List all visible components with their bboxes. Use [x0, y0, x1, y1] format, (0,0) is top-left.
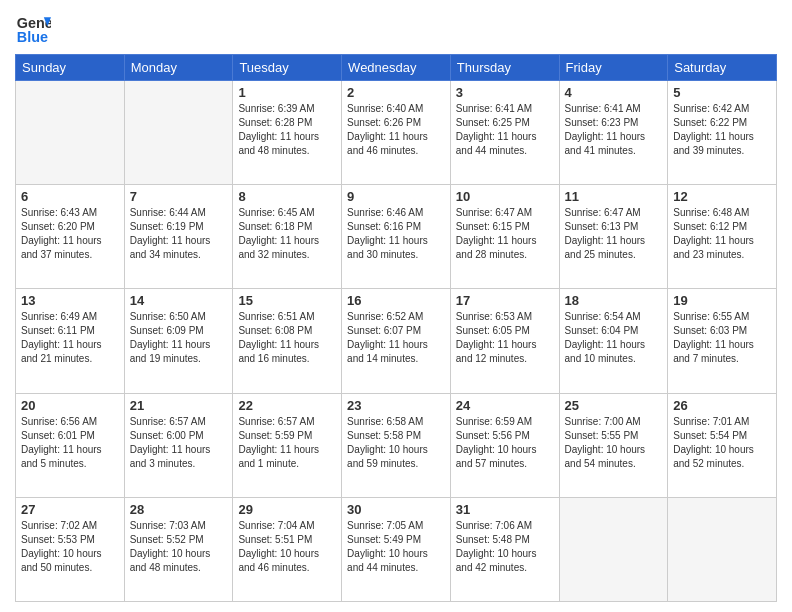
day-detail: Sunrise: 7:04 AMSunset: 5:51 PMDaylight:…	[238, 519, 336, 575]
day-header-friday: Friday	[559, 55, 668, 81]
calendar-cell: 22Sunrise: 6:57 AMSunset: 5:59 PMDayligh…	[233, 393, 342, 497]
page-header: General Blue	[15, 10, 777, 46]
day-number: 14	[130, 293, 228, 308]
day-number: 27	[21, 502, 119, 517]
calendar-cell: 14Sunrise: 6:50 AMSunset: 6:09 PMDayligh…	[124, 289, 233, 393]
calendar-cell: 27Sunrise: 7:02 AMSunset: 5:53 PMDayligh…	[16, 497, 125, 601]
day-header-thursday: Thursday	[450, 55, 559, 81]
day-number: 17	[456, 293, 554, 308]
day-number: 6	[21, 189, 119, 204]
calendar-cell: 6Sunrise: 6:43 AMSunset: 6:20 PMDaylight…	[16, 185, 125, 289]
day-number: 8	[238, 189, 336, 204]
calendar-cell: 9Sunrise: 6:46 AMSunset: 6:16 PMDaylight…	[342, 185, 451, 289]
calendar-cell: 10Sunrise: 6:47 AMSunset: 6:15 PMDayligh…	[450, 185, 559, 289]
day-number: 12	[673, 189, 771, 204]
calendar-cell: 4Sunrise: 6:41 AMSunset: 6:23 PMDaylight…	[559, 81, 668, 185]
calendar-cell	[559, 497, 668, 601]
calendar-cell: 11Sunrise: 6:47 AMSunset: 6:13 PMDayligh…	[559, 185, 668, 289]
day-detail: Sunrise: 6:43 AMSunset: 6:20 PMDaylight:…	[21, 206, 119, 262]
calendar-cell: 15Sunrise: 6:51 AMSunset: 6:08 PMDayligh…	[233, 289, 342, 393]
day-detail: Sunrise: 6:44 AMSunset: 6:19 PMDaylight:…	[130, 206, 228, 262]
day-number: 2	[347, 85, 445, 100]
calendar-cell: 24Sunrise: 6:59 AMSunset: 5:56 PMDayligh…	[450, 393, 559, 497]
calendar-table: SundayMondayTuesdayWednesdayThursdayFrid…	[15, 54, 777, 602]
calendar-week-0: 1Sunrise: 6:39 AMSunset: 6:28 PMDaylight…	[16, 81, 777, 185]
day-number: 7	[130, 189, 228, 204]
calendar-cell: 3Sunrise: 6:41 AMSunset: 6:25 PMDaylight…	[450, 81, 559, 185]
day-detail: Sunrise: 6:54 AMSunset: 6:04 PMDaylight:…	[565, 310, 663, 366]
calendar-cell: 12Sunrise: 6:48 AMSunset: 6:12 PMDayligh…	[668, 185, 777, 289]
day-detail: Sunrise: 7:01 AMSunset: 5:54 PMDaylight:…	[673, 415, 771, 471]
calendar-cell: 26Sunrise: 7:01 AMSunset: 5:54 PMDayligh…	[668, 393, 777, 497]
day-number: 5	[673, 85, 771, 100]
calendar-cell	[16, 81, 125, 185]
day-detail: Sunrise: 6:45 AMSunset: 6:18 PMDaylight:…	[238, 206, 336, 262]
svg-text:Blue: Blue	[17, 29, 48, 45]
day-number: 3	[456, 85, 554, 100]
logo-icon: General Blue	[15, 10, 51, 46]
day-detail: Sunrise: 6:55 AMSunset: 6:03 PMDaylight:…	[673, 310, 771, 366]
day-header-saturday: Saturday	[668, 55, 777, 81]
day-number: 15	[238, 293, 336, 308]
calendar-cell: 18Sunrise: 6:54 AMSunset: 6:04 PMDayligh…	[559, 289, 668, 393]
day-number: 4	[565, 85, 663, 100]
day-number: 10	[456, 189, 554, 204]
day-number: 13	[21, 293, 119, 308]
day-detail: Sunrise: 6:57 AMSunset: 6:00 PMDaylight:…	[130, 415, 228, 471]
calendar-week-2: 13Sunrise: 6:49 AMSunset: 6:11 PMDayligh…	[16, 289, 777, 393]
calendar-cell: 2Sunrise: 6:40 AMSunset: 6:26 PMDaylight…	[342, 81, 451, 185]
day-detail: Sunrise: 6:39 AMSunset: 6:28 PMDaylight:…	[238, 102, 336, 158]
day-detail: Sunrise: 6:41 AMSunset: 6:25 PMDaylight:…	[456, 102, 554, 158]
calendar-cell: 17Sunrise: 6:53 AMSunset: 6:05 PMDayligh…	[450, 289, 559, 393]
calendar-header-row: SundayMondayTuesdayWednesdayThursdayFrid…	[16, 55, 777, 81]
day-detail: Sunrise: 6:53 AMSunset: 6:05 PMDaylight:…	[456, 310, 554, 366]
day-detail: Sunrise: 6:47 AMSunset: 6:15 PMDaylight:…	[456, 206, 554, 262]
logo: General Blue	[15, 10, 51, 46]
day-number: 23	[347, 398, 445, 413]
day-number: 1	[238, 85, 336, 100]
calendar-cell: 20Sunrise: 6:56 AMSunset: 6:01 PMDayligh…	[16, 393, 125, 497]
day-header-tuesday: Tuesday	[233, 55, 342, 81]
day-detail: Sunrise: 6:42 AMSunset: 6:22 PMDaylight:…	[673, 102, 771, 158]
day-detail: Sunrise: 7:05 AMSunset: 5:49 PMDaylight:…	[347, 519, 445, 575]
calendar-cell: 13Sunrise: 6:49 AMSunset: 6:11 PMDayligh…	[16, 289, 125, 393]
day-number: 28	[130, 502, 228, 517]
day-detail: Sunrise: 6:40 AMSunset: 6:26 PMDaylight:…	[347, 102, 445, 158]
day-detail: Sunrise: 6:57 AMSunset: 5:59 PMDaylight:…	[238, 415, 336, 471]
day-detail: Sunrise: 6:47 AMSunset: 6:13 PMDaylight:…	[565, 206, 663, 262]
page-container: General Blue SundayMondayTuesdayWednesda…	[0, 0, 792, 612]
day-detail: Sunrise: 6:58 AMSunset: 5:58 PMDaylight:…	[347, 415, 445, 471]
day-detail: Sunrise: 6:56 AMSunset: 6:01 PMDaylight:…	[21, 415, 119, 471]
calendar-cell: 25Sunrise: 7:00 AMSunset: 5:55 PMDayligh…	[559, 393, 668, 497]
calendar-week-4: 27Sunrise: 7:02 AMSunset: 5:53 PMDayligh…	[16, 497, 777, 601]
calendar-cell: 31Sunrise: 7:06 AMSunset: 5:48 PMDayligh…	[450, 497, 559, 601]
day-number: 31	[456, 502, 554, 517]
day-number: 30	[347, 502, 445, 517]
calendar-cell: 28Sunrise: 7:03 AMSunset: 5:52 PMDayligh…	[124, 497, 233, 601]
day-detail: Sunrise: 6:46 AMSunset: 6:16 PMDaylight:…	[347, 206, 445, 262]
day-number: 24	[456, 398, 554, 413]
day-number: 25	[565, 398, 663, 413]
day-header-monday: Monday	[124, 55, 233, 81]
day-number: 22	[238, 398, 336, 413]
day-detail: Sunrise: 6:50 AMSunset: 6:09 PMDaylight:…	[130, 310, 228, 366]
calendar-cell: 5Sunrise: 6:42 AMSunset: 6:22 PMDaylight…	[668, 81, 777, 185]
calendar-cell: 8Sunrise: 6:45 AMSunset: 6:18 PMDaylight…	[233, 185, 342, 289]
calendar-cell	[668, 497, 777, 601]
day-number: 21	[130, 398, 228, 413]
calendar-week-3: 20Sunrise: 6:56 AMSunset: 6:01 PMDayligh…	[16, 393, 777, 497]
calendar-cell: 30Sunrise: 7:05 AMSunset: 5:49 PMDayligh…	[342, 497, 451, 601]
day-header-wednesday: Wednesday	[342, 55, 451, 81]
day-number: 20	[21, 398, 119, 413]
day-number: 18	[565, 293, 663, 308]
day-number: 29	[238, 502, 336, 517]
day-detail: Sunrise: 7:03 AMSunset: 5:52 PMDaylight:…	[130, 519, 228, 575]
day-number: 26	[673, 398, 771, 413]
calendar-cell: 23Sunrise: 6:58 AMSunset: 5:58 PMDayligh…	[342, 393, 451, 497]
day-detail: Sunrise: 6:41 AMSunset: 6:23 PMDaylight:…	[565, 102, 663, 158]
calendar-week-1: 6Sunrise: 6:43 AMSunset: 6:20 PMDaylight…	[16, 185, 777, 289]
calendar-cell: 29Sunrise: 7:04 AMSunset: 5:51 PMDayligh…	[233, 497, 342, 601]
day-number: 19	[673, 293, 771, 308]
calendar-cell: 16Sunrise: 6:52 AMSunset: 6:07 PMDayligh…	[342, 289, 451, 393]
day-detail: Sunrise: 7:02 AMSunset: 5:53 PMDaylight:…	[21, 519, 119, 575]
